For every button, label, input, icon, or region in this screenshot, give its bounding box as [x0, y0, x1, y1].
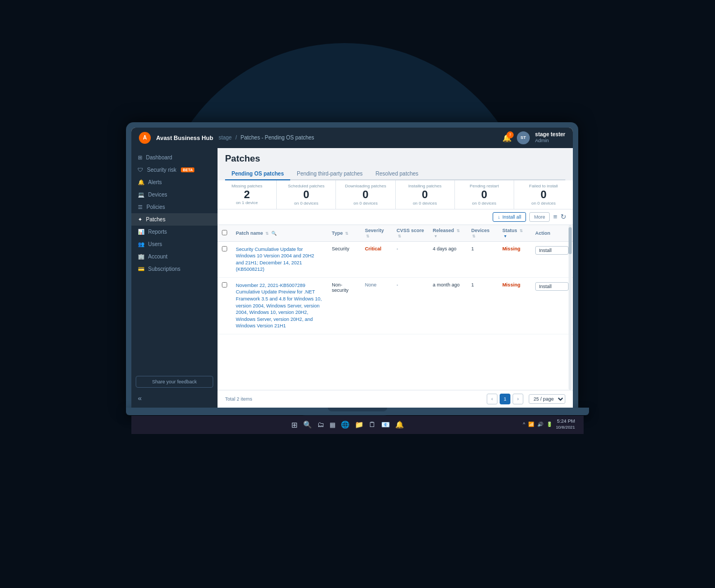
taskbar-explorer-icon[interactable]: 📁: [355, 421, 363, 429]
laptop-base: [126, 408, 589, 415]
sidebar-item-account[interactable]: 🏢 Account: [131, 250, 218, 263]
patch-name-link-2[interactable]: November 22, 2021-KB5007289 Cumulative U…: [236, 283, 322, 329]
col-cvss: CVSS score: [397, 228, 424, 233]
pagination-controls: ‹ 1 › 25 / page 10 / page 50 / page: [487, 394, 565, 404]
notification-bell[interactable]: 🔔 7: [502, 134, 511, 142]
row-1-checkbox[interactable]: [222, 246, 227, 251]
table-row: Security Cumulative Update for Windows 1…: [218, 241, 573, 277]
stat-sub: on 1 device: [220, 200, 274, 205]
sort-patch-name-icon[interactable]: ⇅: [265, 232, 269, 235]
patches-table: Patch name ⇅ 🔍 Type ⇅: [218, 225, 573, 335]
user-name: stage tester: [535, 131, 565, 138]
tab-pending-third-party[interactable]: Pending third-party patches: [290, 168, 369, 179]
sidebar-item-devices[interactable]: 💻 Devices: [131, 188, 218, 201]
sidebar-item-alerts[interactable]: 🔔 Alerts: [131, 176, 218, 188]
sort-released-icon[interactable]: ⇅: [457, 229, 460, 233]
taskbar-edge-icon[interactable]: 🌐: [341, 421, 349, 429]
stat-value: 2: [220, 188, 274, 200]
taskbar-chevron-icon[interactable]: ^: [523, 422, 525, 427]
stat-pending-restart: Pending restart 0 on 0 devices: [455, 180, 514, 209]
action-select-2[interactable]: Install Schedule Ignore: [535, 282, 569, 291]
app-name: Avast Business Hub: [156, 135, 213, 141]
taskbar-widgets-icon[interactable]: ▦: [330, 421, 335, 429]
refresh-icon-button[interactable]: ↻: [560, 213, 566, 221]
col-severity: Severity: [365, 228, 384, 233]
filter-released-icon[interactable]: ▼: [434, 234, 438, 238]
taskbar: ⊞ 🔍 🗂 ▦ 🌐 📁 🗒 📧 🔔 ^ 📶 🔊 🔋 5:24 PM 10/8/2…: [131, 416, 584, 434]
devices-icon: 💻: [138, 192, 144, 198]
user-role: Admin: [535, 138, 565, 144]
filter-status-icon[interactable]: ▼: [503, 234, 507, 238]
laptop-screen-lid: A Avast Business Hub stage / Patches - P…: [126, 122, 578, 408]
col-devices: Devices: [471, 228, 489, 233]
taskbar-avast-icon[interactable]: 🔔: [395, 421, 404, 429]
table-toolbar: ↓ Install all More ≡ ↻: [218, 209, 573, 225]
per-page-select[interactable]: 25 / page 10 / page 50 / page: [529, 394, 565, 404]
pagination-info: Total 2 items: [225, 396, 253, 402]
patches-icon: ✦: [138, 216, 142, 222]
tab-bar: Pending OS patches Pending third-party p…: [225, 168, 565, 180]
taskbar-center: ⊞ 🔍 🗂 ▦ 🌐 📁 🗒 📧 🔔: [291, 421, 404, 429]
table-wrapper: Patch name ⇅ 🔍 Type ⇅: [218, 225, 573, 390]
top-bar: A Avast Business Hub stage / Patches - P…: [131, 128, 573, 148]
next-page-button[interactable]: ›: [513, 394, 523, 404]
taskbar-search-icon[interactable]: 🔍: [303, 421, 312, 429]
search-patch-name-icon[interactable]: 🔍: [271, 231, 277, 236]
pagination: Total 2 items ‹ 1 › 25 / page 10 / page: [218, 390, 573, 408]
security-icon: 🛡: [138, 167, 143, 173]
account-icon: 🏢: [138, 254, 144, 260]
prev-page-button[interactable]: ‹: [487, 394, 497, 404]
app-window: A Avast Business Hub stage / Patches - P…: [131, 128, 573, 408]
scrollbar[interactable]: [569, 225, 572, 390]
stat-missing: Missing patches 2 on 1 device: [218, 180, 277, 209]
patch-name-link-1[interactable]: Security Cumulative Update for Windows 1…: [236, 247, 314, 272]
sidebar-item-reports[interactable]: 📊 Reports: [131, 226, 218, 238]
taskbar-battery-icon: 🔋: [546, 422, 552, 427]
sidebar-item-policies[interactable]: ☰ Policies: [131, 201, 218, 213]
laptop-notch: [328, 408, 387, 411]
sidebar-item-patches[interactable]: ✦ Patches: [131, 213, 218, 226]
install-all-button[interactable]: ↓ Install all: [493, 212, 526, 222]
sidebar-item-dashboard[interactable]: ⊞ Dashboard: [131, 151, 218, 164]
taskbar-files-icon[interactable]: 🗂: [317, 421, 324, 429]
sidebar-item-users[interactable]: 👥 Users: [131, 238, 218, 250]
taskbar-mail-icon[interactable]: 📧: [381, 421, 390, 429]
page-1-button[interactable]: 1: [500, 394, 510, 404]
stat-downloading: Downloading patches 0 on 0 devices: [336, 180, 395, 209]
content-area: Patches Pending OS patches Pending third…: [218, 148, 573, 408]
collapse-sidebar-button[interactable]: «: [131, 392, 218, 404]
download-icon: ↓: [497, 214, 500, 220]
taskbar-notepad-icon[interactable]: 🗒: [369, 421, 376, 429]
avast-logo: A: [139, 132, 151, 144]
laptop: A Avast Business Hub stage / Patches - P…: [126, 122, 589, 434]
filter-icon-button[interactable]: ≡: [553, 213, 557, 221]
action-select-1[interactable]: Install Schedule Ignore: [535, 246, 569, 255]
tab-pending-os[interactable]: Pending OS patches: [225, 168, 290, 180]
feedback-button[interactable]: Share your feedback: [136, 376, 213, 388]
stat-scheduled: Scheduled patches 0 on 0 devices: [277, 180, 336, 209]
sort-cvss-icon[interactable]: ⇅: [398, 234, 401, 238]
sort-status-icon[interactable]: ⇅: [520, 229, 523, 233]
taskbar-volume-icon: 🔊: [537, 422, 543, 427]
table-area: ↓ Install all More ≡ ↻: [218, 209, 573, 408]
table-header-row: Patch name ⇅ 🔍 Type ⇅: [218, 225, 573, 242]
windows-start-icon[interactable]: ⊞: [291, 421, 298, 429]
sidebar-item-security-risk[interactable]: 🛡 Security risk BETA: [131, 164, 218, 176]
sort-devices-icon[interactable]: ⇅: [472, 234, 475, 238]
stat-installing: Installing patches 0 on 0 devices: [396, 180, 455, 209]
taskbar-right: ^ 📶 🔊 🔋 5:24 PM 10/8/2021: [523, 418, 575, 430]
page-title: Patches: [225, 153, 565, 164]
sidebar: ⊞ Dashboard 🛡 Security risk BETA 🔔 Alert…: [131, 148, 218, 408]
page-header: Patches Pending OS patches Pending third…: [218, 148, 573, 180]
select-all-checkbox[interactable]: [222, 230, 227, 235]
col-action: Action: [535, 230, 550, 236]
sort-severity-icon[interactable]: ⇅: [366, 234, 369, 238]
sidebar-item-subscriptions[interactable]: 💳 Subscriptions: [131, 263, 218, 275]
row-2-checkbox[interactable]: [222, 282, 227, 288]
table-row: November 22, 2021-KB5007289 Cumulative U…: [218, 277, 573, 334]
sort-type-icon[interactable]: ⇅: [345, 232, 348, 235]
stats-row: Missing patches 2 on 1 device Scheduled …: [218, 180, 573, 209]
more-button[interactable]: More: [529, 212, 550, 222]
col-released: Released: [433, 228, 454, 233]
tab-resolved[interactable]: Resolved patches: [369, 168, 425, 179]
